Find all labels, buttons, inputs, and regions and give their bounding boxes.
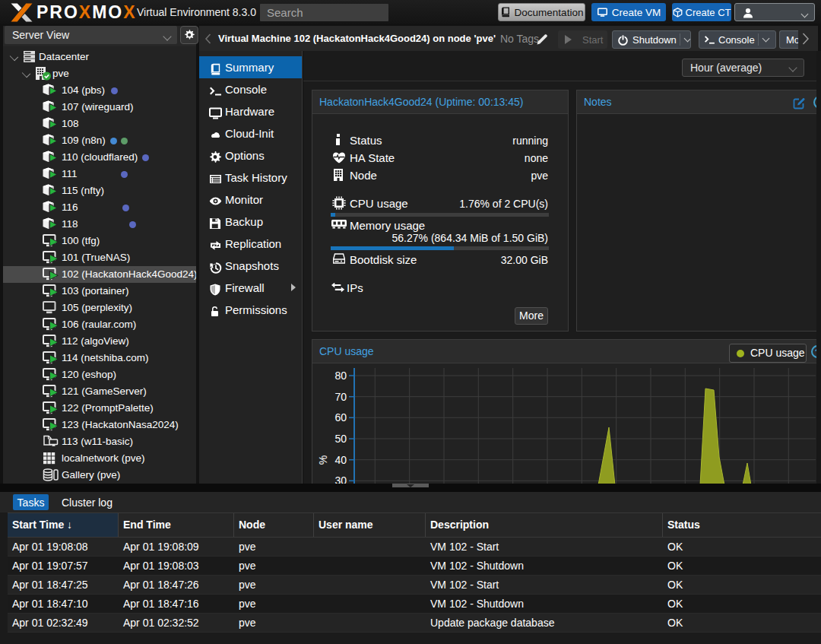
svg-text:60: 60 (334, 411, 347, 424)
svg-text:50: 50 (334, 433, 347, 445)
svg-text:40: 40 (334, 454, 347, 466)
svg-text:80: 80 (334, 370, 347, 382)
svg-text:%: % (317, 455, 329, 465)
svg-text:70: 70 (334, 391, 347, 403)
